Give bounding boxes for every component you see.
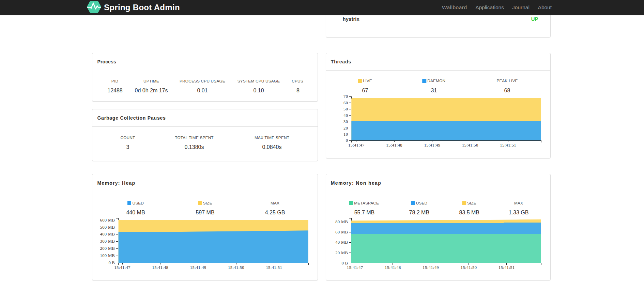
svg-text:0 B: 0 B bbox=[108, 260, 115, 265]
svg-text:15:41:49: 15:41:49 bbox=[424, 143, 441, 148]
svg-text:500 MB: 500 MB bbox=[100, 225, 115, 230]
svg-text:400 MB: 400 MB bbox=[100, 232, 115, 237]
svg-text:80 MB: 80 MB bbox=[335, 219, 348, 224]
svg-text:10: 10 bbox=[343, 132, 348, 137]
svg-text:15:41:48: 15:41:48 bbox=[385, 265, 401, 270]
svg-text:50: 50 bbox=[343, 107, 348, 111]
svg-text:600 MB: 600 MB bbox=[100, 218, 115, 223]
svg-text:40: 40 bbox=[343, 113, 348, 118]
svg-text:15:41:50: 15:41:50 bbox=[228, 265, 244, 270]
svg-text:20 MB: 20 MB bbox=[335, 250, 348, 255]
svg-text:15:41:51: 15:41:51 bbox=[499, 265, 515, 270]
svg-text:15:41:49: 15:41:49 bbox=[423, 265, 439, 270]
svg-text:30: 30 bbox=[343, 119, 348, 124]
svg-text:15:41:47: 15:41:47 bbox=[348, 143, 365, 148]
svg-text:15:41:51: 15:41:51 bbox=[500, 143, 516, 148]
svg-text:200 MB: 200 MB bbox=[100, 246, 115, 251]
svg-text:15:41:49: 15:41:49 bbox=[190, 265, 206, 270]
svg-text:15:41:47: 15:41:47 bbox=[114, 265, 131, 270]
svg-text:20: 20 bbox=[343, 126, 348, 131]
svg-text:300 MB: 300 MB bbox=[100, 239, 115, 244]
svg-text:70: 70 bbox=[343, 94, 348, 99]
svg-text:60 MB: 60 MB bbox=[335, 230, 348, 234]
svg-text:15:41:50: 15:41:50 bbox=[461, 265, 477, 270]
svg-text:15:41:48: 15:41:48 bbox=[386, 143, 402, 148]
svg-text:15:41:51: 15:41:51 bbox=[266, 265, 282, 270]
svg-text:40 MB: 40 MB bbox=[335, 240, 348, 245]
svg-text:0: 0 bbox=[346, 138, 348, 143]
svg-text:60: 60 bbox=[343, 101, 348, 105]
svg-text:15:41:48: 15:41:48 bbox=[152, 265, 169, 270]
svg-text:15:41:50: 15:41:50 bbox=[462, 143, 478, 148]
svg-text:15:41:47: 15:41:47 bbox=[347, 265, 363, 270]
svg-text:100 MB: 100 MB bbox=[100, 253, 115, 258]
svg-text:0 B: 0 B bbox=[341, 261, 348, 265]
